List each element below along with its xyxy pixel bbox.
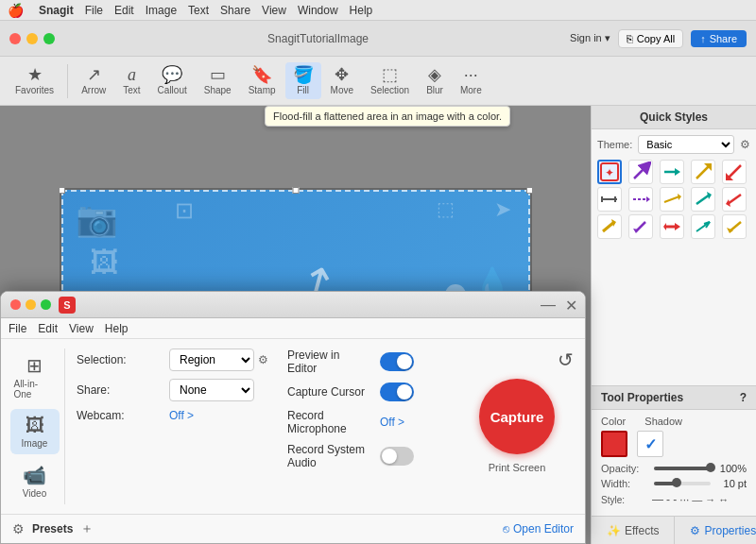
- preview-toggle[interactable]: [380, 352, 414, 371]
- capture-expand[interactable]: [41, 299, 51, 310]
- menu-text[interactable]: Text: [188, 4, 209, 17]
- style-arrow-none[interactable]: —: [692, 494, 702, 505]
- tool-callout[interactable]: 💬 Callout: [150, 62, 195, 99]
- handle-tr[interactable]: [526, 187, 533, 194]
- selection-gear-icon[interactable]: ⚙: [258, 353, 268, 366]
- cursor-row: Capture Cursor: [287, 382, 449, 401]
- style-item-12[interactable]: [660, 214, 684, 239]
- sign-in-button[interactable]: Sign in ▾: [570, 32, 610, 44]
- shadow-checkbox[interactable]: ✓: [637, 431, 663, 457]
- style-item-14[interactable]: [722, 214, 747, 239]
- tool-selection[interactable]: ⬚ Selection: [363, 62, 417, 99]
- close-button[interactable]: [9, 33, 21, 44]
- capture-tab-image[interactable]: 🖼 Image: [10, 409, 60, 454]
- style-item-11[interactable]: [628, 214, 653, 239]
- tool-move[interactable]: ✥ Move: [323, 62, 361, 99]
- style-arrow-both[interactable]: ↔: [718, 494, 729, 505]
- menu-window[interactable]: Window: [298, 4, 338, 17]
- editor-toolbar: ★ Favorites ↗ Arrow a Text 💬 Callout ▭ S…: [0, 57, 756, 106]
- style-dashed[interactable]: - -: [666, 493, 677, 506]
- opacity-thumb[interactable]: [706, 463, 715, 472]
- capture-menu-help[interactable]: Help: [105, 322, 129, 335]
- style-item-0[interactable]: ✦: [597, 160, 622, 184]
- help-icon[interactable]: ?: [740, 391, 747, 404]
- width-slider[interactable]: [654, 482, 711, 485]
- editor-actions: Sign in ▾ ⎘ Copy All ↑ Share: [570, 29, 747, 48]
- style-item-2[interactable]: [660, 160, 684, 184]
- tool-more[interactable]: ··· More: [453, 62, 490, 99]
- style-item-1[interactable]: [628, 160, 653, 184]
- capture-menu-file[interactable]: File: [9, 322, 26, 335]
- share-select[interactable]: None: [169, 379, 254, 401]
- capture-tab-video[interactable]: 📹 Video: [10, 458, 60, 504]
- open-editor-button[interactable]: ⎋ Open Editor: [503, 522, 574, 536]
- menu-share[interactable]: Share: [220, 4, 250, 17]
- capture-tab-all-in-one[interactable]: ⊞ All-in-One: [10, 348, 60, 405]
- tool-stamp[interactable]: 🔖 Stamp: [241, 62, 284, 99]
- selection-select[interactable]: Region: [169, 348, 254, 371]
- tool-fill[interactable]: 🪣 Fill: [285, 62, 321, 99]
- theme-gear-icon[interactable]: ⚙: [740, 138, 750, 151]
- style-label: Style:: [601, 495, 648, 505]
- style-item-13[interactable]: [691, 214, 715, 239]
- style-item-7[interactable]: [660, 187, 684, 212]
- width-thumb[interactable]: [672, 478, 681, 487]
- menu-view[interactable]: View: [262, 4, 286, 17]
- capture-button[interactable]: Capture: [479, 379, 555, 454]
- svg-line-18: [728, 195, 741, 204]
- style-dotted[interactable]: ···: [679, 493, 689, 506]
- tool-properties-content: Color Shadow ✓ Opacity: 100%: [592, 410, 756, 516]
- minimize-button[interactable]: [26, 33, 38, 44]
- preview-row: Preview in Editor: [287, 348, 449, 375]
- audio-toggle[interactable]: [380, 447, 414, 466]
- microphone-toggle[interactable]: Off >: [380, 416, 404, 429]
- style-item-6[interactable]: [628, 187, 653, 212]
- handle-tl[interactable]: [59, 187, 65, 194]
- tab-properties[interactable]: ⚙ Properties: [675, 517, 756, 544]
- style-item-3[interactable]: [691, 160, 715, 184]
- preview-label: Preview in Editor: [287, 348, 372, 375]
- capture-win-minimize[interactable]: —: [541, 297, 556, 314]
- menu-file[interactable]: File: [85, 4, 103, 17]
- menu-help[interactable]: Help: [350, 4, 373, 17]
- style-arrow-right[interactable]: →: [705, 494, 715, 505]
- opacity-slider[interactable]: [654, 467, 711, 470]
- tool-arrow[interactable]: ↗ Arrow: [74, 62, 113, 99]
- color-picker[interactable]: [601, 431, 627, 457]
- capture-minimize[interactable]: [26, 299, 36, 310]
- apple-menu[interactable]: 🍎: [8, 3, 24, 18]
- tool-blur[interactable]: ◈ Blur: [419, 62, 451, 99]
- cursor-toggle[interactable]: [380, 382, 414, 401]
- fullscreen-button[interactable]: [43, 33, 55, 44]
- capture-close[interactable]: [10, 299, 21, 310]
- app-name[interactable]: Snagit: [39, 4, 74, 17]
- style-solid[interactable]: —: [652, 493, 663, 506]
- fill-label: Fill: [297, 85, 309, 95]
- share-button[interactable]: ↑ Share: [691, 30, 747, 47]
- capture-win-close[interactable]: ✕: [565, 297, 577, 314]
- style-item-8[interactable]: [691, 187, 715, 212]
- presets-gear-icon[interactable]: ⚙: [12, 521, 25, 536]
- copy-all-button[interactable]: ⎘ Copy All: [618, 29, 683, 48]
- theme-select[interactable]: Basic: [638, 135, 734, 154]
- presets-add-button[interactable]: ＋: [80, 520, 94, 537]
- style-item-9[interactable]: [722, 187, 747, 212]
- tool-favorites[interactable]: ★ Favorites: [8, 62, 61, 99]
- menu-edit[interactable]: Edit: [114, 4, 134, 17]
- editor-title: SnagitTutorialImage: [66, 32, 570, 45]
- style-item-10[interactable]: [597, 214, 622, 239]
- capture-menu-edit[interactable]: Edit: [38, 322, 58, 335]
- tab-effects[interactable]: ✨ Effects: [592, 517, 675, 544]
- handle-tc[interactable]: [292, 187, 299, 194]
- tool-shape[interactable]: ▭ Shape: [197, 62, 239, 99]
- rotate-icon[interactable]: ↺: [558, 348, 574, 371]
- style-item-5[interactable]: [597, 187, 622, 212]
- capture-menu-view[interactable]: View: [69, 322, 94, 335]
- webcam-toggle[interactable]: Off >: [169, 409, 194, 422]
- tool-text[interactable]: a Text: [115, 62, 147, 99]
- menu-image[interactable]: Image: [146, 4, 177, 17]
- style-item-4[interactable]: [722, 160, 747, 184]
- opacity-label: Opacity:: [601, 463, 648, 474]
- stamp-label: Stamp: [249, 85, 276, 95]
- selection-row: Selection: Region ⚙: [77, 348, 268, 371]
